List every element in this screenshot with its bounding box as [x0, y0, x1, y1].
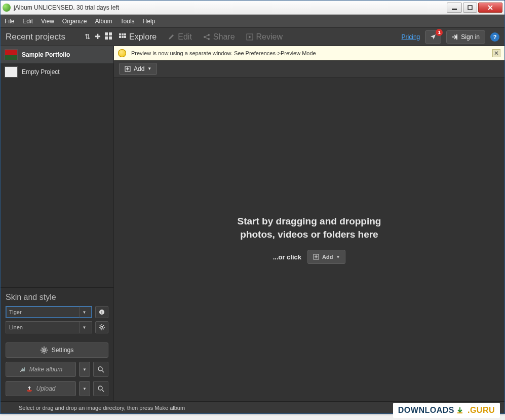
maximize-button[interactable] [463, 3, 477, 13]
body: Sample Portfolio Empty Project Skin and … [1, 46, 504, 401]
top-strip: Recent projects ⇅ ✚ Explore Edit Share [1, 28, 504, 46]
svg-rect-0 [452, 9, 457, 10]
menu-tools[interactable]: Tools [121, 18, 135, 25]
top-right: Pricing 1 Sign in ? [402, 30, 499, 44]
svg-rect-16 [456, 34, 457, 40]
svg-line-35 [46, 348, 47, 349]
skin-select[interactable]: Tiger ▼ [6, 306, 92, 318]
info-text: Preview is now using a separate window. … [131, 50, 316, 56]
settings-button[interactable]: Settings [6, 342, 108, 358]
svg-point-13 [208, 34, 210, 36]
svg-point-40 [98, 386, 102, 390]
content-toolbar: Add ▼ [114, 60, 504, 78]
upload-dropdown[interactable]: ▼ [79, 381, 90, 396]
skin-title: Skin and style [6, 293, 108, 302]
menu-help[interactable]: Help [143, 18, 156, 25]
menu-view[interactable]: View [41, 18, 54, 25]
make-album-dropdown[interactable]: ▼ [79, 362, 90, 377]
pricing-link[interactable]: Pricing [402, 33, 420, 41]
drop-line2: photos, videos or folders here [238, 228, 381, 241]
action-panel: Settings Make album ▼ Upload ▼ [1, 339, 113, 401]
svg-line-25 [103, 329, 104, 330]
svg-rect-3 [109, 32, 112, 35]
svg-rect-6 [119, 33, 121, 35]
drop-canvas[interactable]: Start by dragging and dropping photos, v… [114, 78, 504, 401]
menu-file[interactable]: File [5, 18, 14, 25]
tab-share[interactable]: Share [203, 32, 235, 42]
skin-value: Tiger [9, 309, 22, 315]
signin-button[interactable]: Sign in [446, 30, 485, 44]
project-item[interactable]: Empty Project [1, 63, 113, 81]
style-value: Linen [9, 324, 23, 330]
close-button[interactable] [478, 3, 502, 13]
svg-line-24 [100, 325, 101, 326]
svg-line-33 [42, 348, 43, 349]
tab-edit[interactable]: Edit [168, 32, 192, 42]
svg-line-41 [102, 390, 104, 392]
svg-point-28 [43, 349, 45, 352]
skin-panel: Skin and style Tiger ▼ i Linen ▼ [1, 287, 113, 339]
app-window: jAlbum UNLICENSED. 30 trial days left Fi… [0, 0, 505, 414]
chevron-down-icon: ▼ [147, 66, 151, 71]
svg-rect-8 [124, 33, 126, 35]
upload-button[interactable]: Upload [6, 381, 76, 396]
chevron-down-icon: ▼ [336, 255, 340, 259]
add-button[interactable]: Add ▼ [119, 63, 157, 75]
make-album-button[interactable]: Make album [6, 362, 76, 377]
signin-label: Sign in [461, 33, 480, 41]
app-icon [3, 4, 11, 12]
svg-point-19 [101, 326, 103, 328]
grid-view-icon[interactable] [105, 32, 112, 41]
watermark-a: DOWNLOADS [398, 406, 454, 415]
style-settings-button[interactable] [95, 321, 108, 333]
window-title: jAlbum UNLICENSED. 30 trial days left [14, 4, 447, 11]
svg-rect-2 [105, 32, 108, 35]
status-text: Select or drag and drop an image directo… [19, 405, 185, 411]
svg-rect-10 [122, 36, 124, 38]
add-project-icon[interactable]: ✚ [95, 32, 101, 41]
chevron-down-icon: ▼ [80, 307, 89, 318]
watermark: DOWNLOADS .GURU [393, 403, 500, 418]
settings-label: Settings [52, 347, 73, 354]
svg-rect-7 [122, 33, 124, 35]
or-click-text: ...or click [273, 253, 301, 261]
project-item[interactable]: Sample Portfolio [1, 46, 113, 63]
tab-review[interactable]: Review [246, 32, 283, 42]
svg-text:i: i [101, 310, 102, 315]
menu-edit[interactable]: Edit [22, 18, 33, 25]
tab-explore[interactable]: Explore [119, 32, 157, 42]
upload-preview-button[interactable] [93, 381, 108, 396]
svg-point-39 [27, 390, 32, 392]
sort-icon[interactable]: ⇅ [85, 32, 91, 41]
minimize-button[interactable] [447, 3, 462, 13]
project-name: Empty Project [22, 68, 60, 75]
menu-organize[interactable]: Organize [62, 18, 87, 25]
help-icon[interactable]: ? [490, 32, 499, 42]
chevron-down-icon: ▼ [80, 322, 89, 333]
svg-point-14 [208, 38, 210, 40]
svg-point-37 [98, 367, 102, 371]
menubar: File Edit View Organize Album Tools Help [1, 15, 504, 28]
add-label: Add [134, 65, 144, 72]
make-preview-button[interactable] [93, 362, 108, 377]
tab-share-label: Share [213, 32, 235, 42]
menu-album[interactable]: Album [95, 18, 112, 25]
sidebar: Sample Portfolio Empty Project Skin and … [1, 46, 114, 401]
info-close-button[interactable]: ✕ [492, 49, 500, 57]
view-tabs: Explore Edit Share Review [119, 32, 283, 42]
download-icon [456, 407, 463, 414]
svg-rect-5 [109, 36, 112, 40]
notif-badge: 1 [436, 29, 443, 36]
window-buttons [447, 3, 502, 13]
upload-label: Upload [36, 385, 55, 392]
sidebar-header: Recent projects ⇅ ✚ [6, 32, 112, 42]
svg-line-36 [42, 352, 43, 353]
style-select[interactable]: Linen ▼ [6, 321, 92, 333]
svg-line-34 [46, 352, 47, 353]
drop-text: Start by dragging and dropping photos, v… [238, 215, 381, 241]
notifications-button[interactable]: 1 [425, 30, 441, 44]
sidebar-title: Recent projects [6, 32, 65, 42]
add-button-center[interactable]: Add ▼ [307, 250, 345, 264]
tab-edit-label: Edit [178, 32, 192, 42]
skin-info-button[interactable]: i [95, 306, 108, 318]
